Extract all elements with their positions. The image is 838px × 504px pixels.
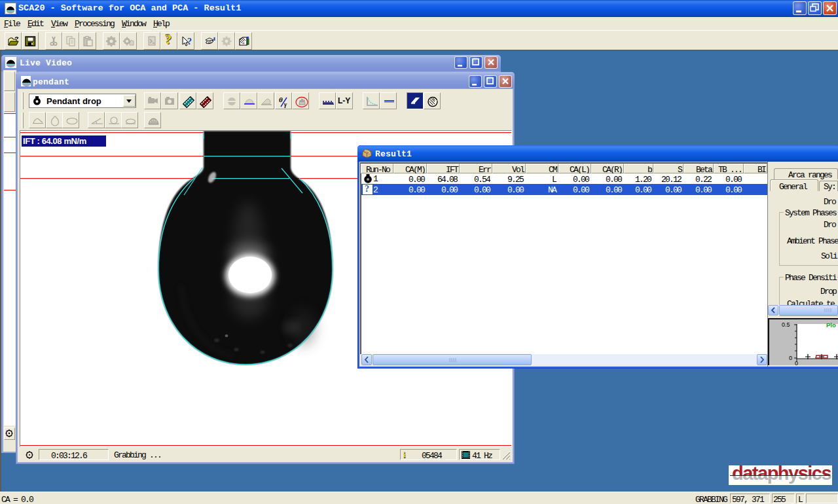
svg-text:Plo: Plo [826, 321, 836, 329]
svg-text:γ: γ [284, 101, 287, 108]
svg-text:θ: θ [279, 96, 283, 103]
svg-text:0: 0 [789, 355, 792, 361]
svg-text:0.5: 0.5 [782, 321, 790, 328]
svg-text:?: ? [187, 37, 192, 46]
svg-text:0: 0 [795, 360, 798, 367]
